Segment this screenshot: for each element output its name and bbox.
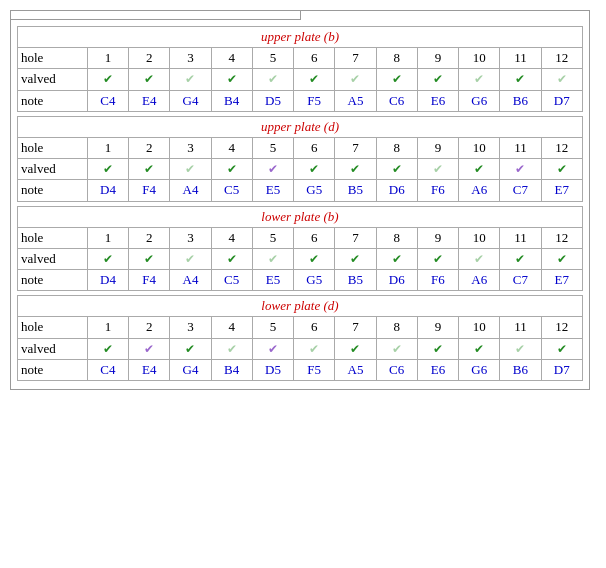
valved-cell: ✔ xyxy=(294,159,335,180)
valved-cell: ✔ xyxy=(87,248,128,269)
valved-cell: ✔ xyxy=(87,159,128,180)
valved-label: valved xyxy=(18,159,88,180)
valved-cell: ✔ xyxy=(417,248,458,269)
hole-number: 12 xyxy=(541,48,582,69)
note-cell: D4 xyxy=(87,270,128,291)
hole-number: 12 xyxy=(541,317,582,338)
valved-cell: ✔ xyxy=(376,69,417,90)
note-cell: B6 xyxy=(500,90,541,111)
valved-cell: ✔ xyxy=(459,248,500,269)
note-cell: E7 xyxy=(541,180,582,201)
note-cell: A4 xyxy=(170,270,211,291)
hole-number: 6 xyxy=(294,317,335,338)
valved-cell: ✔ xyxy=(87,338,128,359)
valved-cell: ✔ xyxy=(211,159,252,180)
note-cell: B4 xyxy=(211,359,252,380)
note-cell: C5 xyxy=(211,270,252,291)
hole-number: 8 xyxy=(376,227,417,248)
valved-cell: ✔ xyxy=(211,338,252,359)
note-cell: C7 xyxy=(500,180,541,201)
note-label: note xyxy=(18,90,88,111)
hole-number: 3 xyxy=(170,317,211,338)
note-cell: F5 xyxy=(294,90,335,111)
valved-label: valved xyxy=(18,248,88,269)
valved-label: valved xyxy=(18,338,88,359)
hole-number: 9 xyxy=(417,137,458,158)
hole-label: hole xyxy=(18,48,88,69)
valved-cell: ✔ xyxy=(294,338,335,359)
hole-number: 5 xyxy=(252,227,293,248)
plate-table-upper-b: upper plate (b)hole123456789101112valved… xyxy=(17,26,583,112)
note-cell: A6 xyxy=(459,270,500,291)
hole-number: 10 xyxy=(459,317,500,338)
hole-number: 6 xyxy=(294,48,335,69)
note-cell: G6 xyxy=(459,359,500,380)
plate-header-upper-d: upper plate (d) xyxy=(18,116,583,137)
hole-number: 8 xyxy=(376,137,417,158)
valved-label: valved xyxy=(18,69,88,90)
hole-number: 7 xyxy=(335,317,376,338)
valved-cell: ✔ xyxy=(459,159,500,180)
note-cell: G6 xyxy=(459,90,500,111)
note-cell: C7 xyxy=(500,270,541,291)
note-cell: C6 xyxy=(376,90,417,111)
valved-cell: ✔ xyxy=(335,338,376,359)
note-cell: B4 xyxy=(211,90,252,111)
note-label: note xyxy=(18,270,88,291)
hole-label: hole xyxy=(18,227,88,248)
valved-cell: ✔ xyxy=(129,248,170,269)
hole-number: 1 xyxy=(87,137,128,158)
hole-number: 3 xyxy=(170,137,211,158)
valved-cell: ✔ xyxy=(500,248,541,269)
valved-cell: ✔ xyxy=(417,159,458,180)
valved-cell: ✔ xyxy=(335,69,376,90)
note-cell: E5 xyxy=(252,180,293,201)
plate-section-upper-d: upper plate (d)hole123456789101112valved… xyxy=(17,116,583,202)
hole-number: 11 xyxy=(500,48,541,69)
hole-number: 4 xyxy=(211,227,252,248)
note-cell: E6 xyxy=(417,90,458,111)
hole-number: 11 xyxy=(500,317,541,338)
valved-cell: ✔ xyxy=(294,248,335,269)
valved-cell: ✔ xyxy=(500,338,541,359)
valved-cell: ✔ xyxy=(170,248,211,269)
plate-section-upper-b: upper plate (b)hole123456789101112valved… xyxy=(17,26,583,112)
valved-cell: ✔ xyxy=(417,69,458,90)
valved-cell: ✔ xyxy=(87,69,128,90)
plate-header-upper-b: upper plate (b) xyxy=(18,27,583,48)
note-cell: B5 xyxy=(335,270,376,291)
valved-cell: ✔ xyxy=(459,69,500,90)
valved-cell: ✔ xyxy=(129,159,170,180)
note-cell: D6 xyxy=(376,270,417,291)
note-cell: C6 xyxy=(376,359,417,380)
hole-number: 8 xyxy=(376,317,417,338)
note-label: note xyxy=(18,180,88,201)
note-cell: G4 xyxy=(170,90,211,111)
valved-cell: ✔ xyxy=(500,69,541,90)
valved-cell: ✔ xyxy=(376,338,417,359)
note-cell: F6 xyxy=(417,270,458,291)
note-cell: E7 xyxy=(541,270,582,291)
note-cell: E5 xyxy=(252,270,293,291)
hole-number: 7 xyxy=(335,227,376,248)
valved-cell: ✔ xyxy=(459,338,500,359)
note-cell: A5 xyxy=(335,90,376,111)
note-cell: G5 xyxy=(294,180,335,201)
plate-section-lower-d: lower plate (d)hole123456789101112valved… xyxy=(17,295,583,381)
valved-cell: ✔ xyxy=(170,338,211,359)
note-cell: E4 xyxy=(129,359,170,380)
hole-number: 1 xyxy=(87,317,128,338)
hole-number: 8 xyxy=(376,48,417,69)
plate-table-lower-b: lower plate (b)hole123456789101112valved… xyxy=(17,206,583,292)
hole-number: 4 xyxy=(211,317,252,338)
hole-number: 2 xyxy=(129,48,170,69)
hole-number: 9 xyxy=(417,317,458,338)
note-cell: F6 xyxy=(417,180,458,201)
hole-number: 10 xyxy=(459,48,500,69)
note-cell: A5 xyxy=(335,359,376,380)
hole-number: 9 xyxy=(417,227,458,248)
valved-cell: ✔ xyxy=(500,159,541,180)
note-cell: B6 xyxy=(500,359,541,380)
valved-cell: ✔ xyxy=(335,159,376,180)
valved-cell: ✔ xyxy=(417,338,458,359)
